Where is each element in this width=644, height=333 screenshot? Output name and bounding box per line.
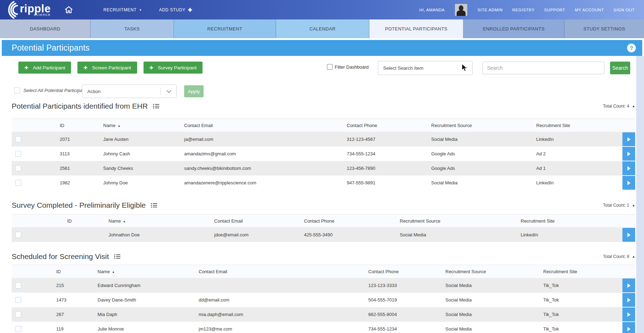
navbar-links: SITE ADMINREGISTRYSUPPORTMY ACCOUNTSIGN … xyxy=(478,8,635,12)
page-title: Potential Participants xyxy=(12,43,89,53)
open-row-button[interactable] xyxy=(622,132,635,146)
column-header-id[interactable]: ID xyxy=(67,218,109,224)
cell-recruitment-source: Social Media xyxy=(445,312,543,317)
table-row: 3113Johnny Cashamandazims@gmail.com734-5… xyxy=(12,147,635,161)
nav-sign-out[interactable]: SIGN OUT xyxy=(614,8,635,12)
cell-id: 267 xyxy=(56,312,98,317)
add-participant-button[interactable]: ✚Add Participant xyxy=(18,62,71,74)
nav-add-study[interactable]: ADD STUDY ✚ xyxy=(159,7,192,13)
open-row-button[interactable] xyxy=(622,147,635,161)
column-header-contact-email[interactable]: Contact Email xyxy=(214,218,304,224)
column-header-contact-phone[interactable]: Contact Phone xyxy=(368,269,445,274)
cell-id: 1982 xyxy=(60,180,103,185)
column-header-recruitment-source[interactable]: Recruitment Source xyxy=(445,269,543,274)
ripple-logo[interactable]: ripple science xyxy=(6,0,51,20)
cell-id: 2071 xyxy=(60,137,103,142)
column-header-id[interactable]: ID xyxy=(60,123,103,128)
open-row-arrow-icon xyxy=(627,298,631,302)
row-checkbox[interactable] xyxy=(15,136,21,142)
open-row-button[interactable] xyxy=(622,322,635,333)
participants-table: IDName▲Contact EmailContact PhoneRecruit… xyxy=(12,119,635,190)
column-header-recruitment-site[interactable]: Recruitment Site xyxy=(543,269,622,274)
apply-button[interactable]: Apply xyxy=(184,85,204,97)
cell-recruitment-site: Tik_Tok xyxy=(543,312,622,317)
screen-participant-button[interactable]: ✚Screen Participant xyxy=(77,62,137,74)
chevron-down-icon xyxy=(462,65,467,70)
avatar[interactable] xyxy=(455,4,467,16)
cell-name: Sandy Cheeks xyxy=(103,166,184,171)
participants-table: IDName▲Contact EmailContact PhoneRecruit… xyxy=(12,214,635,242)
filter-dashboard-label: Filter Dashboard xyxy=(335,64,369,70)
right-scroll-gutter[interactable] xyxy=(636,56,644,333)
list-icon[interactable] xyxy=(153,104,159,109)
row-checkbox[interactable] xyxy=(15,151,21,157)
total-count-toggle[interactable]: Total Count: 8▲ xyxy=(603,254,635,259)
survey-participant-button[interactable]: ✚Survey Participant xyxy=(144,62,203,74)
column-header-contact-phone[interactable]: Contact Phone xyxy=(304,218,400,224)
nav-support[interactable]: SUPPORT xyxy=(544,8,566,12)
open-row-button[interactable] xyxy=(622,161,635,175)
filter-dashboard-checkbox[interactable] xyxy=(327,64,333,70)
column-header-contact-email[interactable]: Contact Email xyxy=(184,123,347,128)
cell-recruitment-source: Social Media xyxy=(431,180,536,185)
open-row-button[interactable] xyxy=(622,279,635,292)
cell-id: 1473 xyxy=(56,297,98,303)
action-dropdown-value: Action xyxy=(87,89,101,94)
column-header-id[interactable]: ID xyxy=(56,269,98,274)
column-header-contact-email[interactable]: Contact Email xyxy=(199,269,368,274)
list-icon[interactable] xyxy=(114,254,121,259)
row-checkbox[interactable] xyxy=(15,297,21,303)
tab-potential-participants[interactable]: POTENTIAL PARTICIPANTS xyxy=(369,19,463,38)
row-checkbox[interactable] xyxy=(15,165,21,171)
nav-recruitment-menu[interactable]: RECRUITMENT ▼ xyxy=(103,7,142,12)
collapse-icon: ▲ xyxy=(632,104,635,108)
nav-my-account[interactable]: MY ACCOUNT xyxy=(575,8,604,12)
open-row-button[interactable] xyxy=(622,293,635,307)
page: { "navbar": { "logo": {"brand": "ripple"… xyxy=(0,0,644,333)
table-row: 2561Sandy Cheekssandy.cheeks@bikinibotto… xyxy=(12,161,635,176)
row-checkbox[interactable] xyxy=(15,311,21,317)
row-checkbox[interactable] xyxy=(15,180,21,186)
tab-enrolled-participants[interactable]: ENROLLED PARTICIPANTS xyxy=(463,19,564,38)
select-all-checkbox[interactable] xyxy=(14,87,20,93)
select-search-item-dropdown[interactable]: Select Search Item xyxy=(378,61,473,75)
open-row-button[interactable] xyxy=(622,228,635,242)
column-header-contact-phone[interactable]: Contact Phone xyxy=(347,123,431,128)
column-header-recruitment-site[interactable]: Recruitment Site xyxy=(521,218,622,224)
row-checkbox[interactable] xyxy=(15,282,21,288)
tab-dashboard[interactable]: DASHBOARD xyxy=(0,19,90,38)
cell-recruitment-site: Tik_Tok xyxy=(543,297,622,303)
action-dropdown[interactable]: Action xyxy=(82,85,177,98)
open-row-button[interactable] xyxy=(622,308,635,321)
tab-study-settings[interactable]: STUDY SETTINGS xyxy=(564,19,644,38)
row-checkbox[interactable] xyxy=(15,232,21,238)
total-count-toggle[interactable]: Total Count: 1▲ xyxy=(603,203,635,208)
column-header-recruitment-source[interactable]: Recruitment Source xyxy=(400,218,521,224)
column-header-recruitment-source[interactable]: Recruitment Source xyxy=(431,123,536,128)
list-icon[interactable] xyxy=(151,203,157,208)
navbar-right: HI, AMANDA SITE ADMINREGISTRYSUPPORTMY A… xyxy=(420,4,644,16)
button-label: Survey Participant xyxy=(158,65,197,70)
cell-name: Mia Daph xyxy=(98,312,199,317)
nav-registry[interactable]: REGISTRY xyxy=(512,8,534,12)
column-header-name[interactable]: Name▲ xyxy=(103,123,184,128)
search-input[interactable] xyxy=(482,62,604,74)
section-survey-completed-preliminarily-eligible: Survey Completed - Preliminarily Eligibl… xyxy=(12,200,635,242)
search-button[interactable]: Search xyxy=(610,62,630,74)
column-header-name[interactable]: Name▲ xyxy=(109,218,214,224)
cell-contact-phone: 504-555-7019 xyxy=(368,297,445,303)
column-header-recruitment-site[interactable]: Recruitment Site xyxy=(536,123,622,128)
tab-recruitment[interactable]: RECRUITMENT xyxy=(174,19,276,38)
button-label: Screen Participant xyxy=(92,65,131,70)
nav-site-admin[interactable]: SITE ADMIN xyxy=(478,8,503,12)
open-row-button[interactable] xyxy=(622,176,635,190)
home-icon[interactable] xyxy=(65,6,73,13)
row-checkbox[interactable] xyxy=(15,326,21,332)
tab-tasks[interactable]: TASKS xyxy=(90,19,174,38)
total-count-toggle[interactable]: Total Count: 4▲ xyxy=(603,104,635,109)
column-header-name[interactable]: Name▲ xyxy=(98,269,199,274)
help-icon[interactable]: ? xyxy=(627,44,636,52)
tab-calendar[interactable]: CALENDAR xyxy=(276,19,369,38)
plus-icon: ✚ xyxy=(83,65,87,70)
cell-contact-phone: 123-123-3333 xyxy=(368,283,445,288)
